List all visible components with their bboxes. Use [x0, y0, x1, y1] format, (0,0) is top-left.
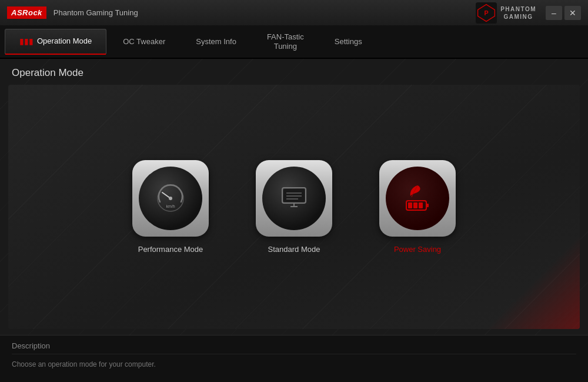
main-content: km/h Performance Mode — [8, 85, 580, 329]
tabbar: ▮▮▮ Operation Mode OC Tweaker System Inf… — [0, 26, 588, 59]
standard-mode-icon-inner — [262, 167, 326, 230]
page-title: Operation Mode — [12, 67, 576, 79]
phantom-gaming-logo: P PHANTOMGAMING — [476, 2, 536, 24]
power-saving-mode-item[interactable]: Power Saving — [379, 160, 456, 254]
svg-text:P: P — [485, 9, 489, 16]
description-panel: Description Choose an operation mode for… — [0, 335, 588, 382]
tab-label-system-info: System Info — [196, 37, 236, 47]
svg-text:km/h: km/h — [166, 204, 175, 208]
power-saving-mode-icon-inner — [386, 167, 449, 230]
tab-settings[interactable]: Settings — [320, 29, 376, 55]
tab-label-operation-mode: Operation Mode — [37, 36, 92, 46]
standard-mode-item[interactable]: Standard Mode — [256, 160, 332, 254]
app-title: Phantom Gaming Tuning — [54, 8, 138, 17]
performance-mode-label: Performance Mode — [138, 245, 203, 254]
titlebar-left: ASRock Phantom Gaming Tuning — [7, 6, 138, 19]
svg-rect-15 — [426, 204, 429, 207]
standard-mode-label: Standard Mode — [268, 245, 320, 254]
performance-mode-icon-inner: km/h — [139, 167, 202, 230]
modes-container: km/h Performance Mode — [132, 160, 456, 254]
tab-label-settings: Settings — [335, 37, 362, 47]
svg-rect-8 — [283, 189, 305, 202]
tab-label-oc-tweaker: OC Tweaker — [123, 37, 165, 47]
monitor-icon — [278, 182, 310, 215]
page: Operation Mode km/h — [0, 59, 588, 382]
titlebar: ASRock Phantom Gaming Tuning P PHANTOMGA… — [0, 0, 588, 26]
tab-oc-tweaker[interactable]: OC Tweaker — [109, 29, 179, 55]
power-saving-mode-icon-wrapper — [379, 160, 456, 237]
window-controls: – ✕ — [546, 6, 581, 20]
performance-mode-icon-wrapper: km/h — [132, 160, 209, 237]
tab-icon-bar: ▮▮▮ — [19, 36, 34, 46]
description-title: Description — [12, 341, 576, 354]
power-saving-mode-label: Power Saving — [394, 245, 441, 254]
page-header: Operation Mode — [0, 59, 588, 85]
tab-system-info[interactable]: System Info — [182, 29, 250, 55]
tab-fan-tastic[interactable]: FAN-TasticTuning — [253, 29, 318, 55]
phantom-gaming-text: PHANTOMGAMING — [500, 5, 536, 21]
performance-mode-item[interactable]: km/h Performance Mode — [132, 160, 209, 254]
tab-label-fan-tastic: FAN-TasticTuning — [267, 32, 304, 51]
svg-rect-16 — [408, 202, 412, 208]
description-text: Choose an operation mode for your comput… — [12, 359, 576, 370]
titlebar-right: P PHANTOMGAMING – ✕ — [476, 2, 581, 24]
speedometer-icon: km/h — [154, 182, 187, 215]
svg-rect-17 — [413, 202, 417, 208]
phantom-gaming-icon: P — [476, 2, 497, 24]
asrock-logo: ASRock — [7, 6, 46, 19]
minimize-button[interactable]: – — [546, 6, 562, 20]
svg-point-5 — [169, 197, 172, 200]
svg-rect-18 — [419, 202, 423, 208]
tab-operation-mode[interactable]: ▮▮▮ Operation Mode — [5, 29, 106, 55]
standard-mode-icon-wrapper — [256, 160, 332, 237]
close-button[interactable]: ✕ — [564, 6, 581, 20]
leaf-battery-icon — [401, 182, 434, 215]
